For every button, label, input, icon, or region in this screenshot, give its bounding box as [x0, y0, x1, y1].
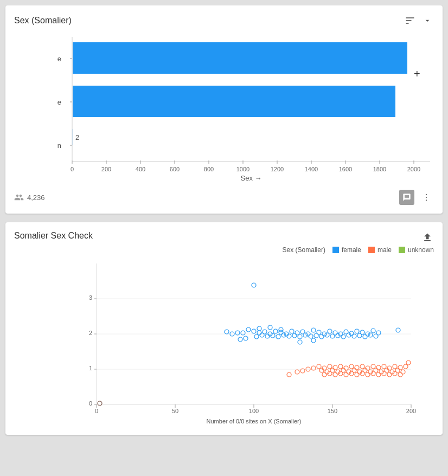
scatter-svg: 0 1 2 3 0 50 100 150 — [52, 258, 434, 426]
scatter-chart-card: Somalier Sex Check Sex (Somalier) female… — [5, 222, 443, 435]
female-dots — [225, 283, 400, 344]
svg-point-114 — [257, 326, 261, 331]
svg-point-109 — [252, 283, 256, 287]
y-axis-label-container: Scaled mean depth on X (Somalie — [14, 258, 25, 426]
svg-point-160 — [322, 372, 327, 377]
svg-point-60 — [252, 329, 256, 333]
bar-male-value: 2078 — [399, 99, 414, 107]
svg-text:1400: 1400 — [305, 166, 318, 172]
svg-point-137 — [404, 364, 408, 369]
svg-point-118 — [311, 338, 316, 343]
svg-point-162 — [333, 372, 337, 377]
annotation-icon — [402, 193, 411, 202]
bar-chart-title: Sex (Somalier) — [14, 16, 72, 25]
legend-male-icon — [368, 246, 375, 254]
svg-text:200: 200 — [406, 408, 416, 414]
upload-icon — [422, 232, 433, 243]
plus-icon: + — [414, 68, 420, 80]
svg-point-70 — [295, 331, 299, 335]
svg-text:2000: 2000 — [407, 166, 420, 172]
bar-chart-svg: female male unknown 0 200 400 600 800 10… — [57, 31, 434, 183]
svg-text:100: 100 — [249, 408, 259, 414]
upload-button[interactable] — [421, 231, 434, 244]
x-axis-label: Sex → — [240, 174, 261, 182]
x-axis-label-scatter: Number of 0/0 sites on X (Somalier) — [207, 418, 302, 424]
bar-chart-header-icons — [404, 14, 434, 27]
svg-point-104 — [352, 334, 356, 338]
svg-text:400: 400 — [136, 166, 145, 172]
legend-unknown-label: unknown — [408, 246, 434, 254]
svg-rect-35 — [368, 247, 375, 253]
y-label-unknown: unknown — [57, 141, 61, 150]
more-vert-icon — [421, 192, 431, 202]
svg-point-168 — [366, 372, 370, 377]
bar-chart-footer: 4,236 — [14, 188, 434, 205]
sort-icon[interactable] — [404, 14, 417, 27]
svg-point-86 — [254, 335, 259, 339]
bar-unknown — [73, 129, 73, 145]
svg-point-113 — [225, 330, 229, 334]
svg-point-174 — [398, 372, 402, 377]
legend-unknown-icon — [398, 246, 406, 254]
svg-point-91 — [281, 333, 286, 337]
svg-text:150: 150 — [328, 408, 337, 414]
scatter-plot-container: Scaled mean depth on X (Somalie 0 1 2 3 — [14, 258, 434, 426]
legend-male: male — [368, 246, 392, 254]
svg-point-129 — [360, 364, 364, 369]
svg-point-111 — [235, 331, 240, 335]
svg-point-133 — [382, 364, 386, 369]
svg-text:3: 3 — [89, 294, 92, 301]
total-count: 4,236 — [27, 194, 45, 202]
scatter-title: Somalier Sex Check — [14, 231, 93, 241]
scatter-header-icons — [421, 231, 434, 244]
bar-chart-header: Sex (Somalier) — [14, 14, 434, 27]
svg-point-108 — [374, 334, 378, 338]
svg-point-32 — [426, 197, 427, 198]
svg-text:1000: 1000 — [236, 166, 249, 172]
svg-point-158 — [311, 366, 316, 370]
svg-point-84 — [371, 329, 375, 333]
svg-rect-36 — [399, 247, 405, 253]
svg-point-107 — [368, 333, 373, 337]
svg-text:1600: 1600 — [339, 166, 352, 172]
svg-text:50: 50 — [172, 408, 178, 414]
svg-point-166 — [355, 372, 359, 377]
y-label-female: female — [57, 55, 61, 63]
svg-point-175 — [98, 401, 102, 406]
legend-series-label: Sex (Somalier) — [283, 246, 325, 254]
bar-male — [73, 86, 395, 117]
svg-point-90 — [276, 335, 280, 339]
svg-point-66 — [273, 329, 278, 333]
svg-point-98 — [319, 335, 324, 339]
svg-rect-34 — [332, 247, 339, 253]
svg-text:800: 800 — [204, 166, 214, 172]
dropdown-icon[interactable] — [421, 14, 434, 27]
svg-text:0: 0 — [71, 166, 74, 172]
legend-unknown: unknown — [398, 246, 434, 254]
svg-point-170 — [376, 372, 381, 377]
scatter-inner: 0 1 2 3 0 50 100 150 — [52, 258, 434, 426]
svg-point-102 — [341, 335, 345, 339]
footer-actions — [399, 190, 434, 205]
svg-point-65 — [241, 331, 245, 335]
bar-female-value: 2156 — [411, 55, 426, 63]
bar-female — [73, 42, 407, 74]
svg-point-81 — [355, 329, 359, 333]
svg-point-106 — [363, 335, 367, 339]
svg-point-172 — [387, 372, 392, 377]
svg-point-115 — [268, 325, 272, 330]
unknown-dots — [98, 401, 102, 406]
svg-text:0: 0 — [95, 408, 98, 414]
legend-female-label: female — [342, 246, 361, 254]
footer-total: 4,236 — [14, 192, 45, 202]
svg-point-125 — [338, 364, 343, 369]
svg-point-31 — [426, 194, 427, 195]
svg-point-120 — [244, 336, 248, 340]
scatter-legend: Sex (Somalier) female male unknown — [14, 246, 434, 254]
svg-point-154 — [287, 372, 291, 377]
svg-point-131 — [371, 364, 375, 369]
add-annotation-button[interactable] — [399, 190, 414, 205]
svg-point-99 — [325, 333, 329, 337]
more-options-button[interactable] — [419, 190, 434, 205]
svg-text:200: 200 — [101, 166, 111, 172]
